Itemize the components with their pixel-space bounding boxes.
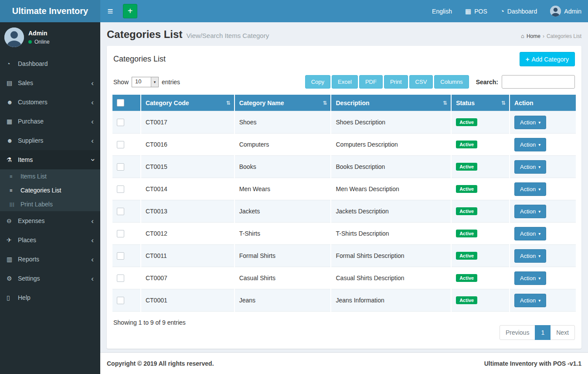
table-row: CT0007 Casual Shirts Casual Shirts Descr… — [112, 267, 576, 289]
columns-button[interactable]: Columns — [434, 75, 469, 89]
col-header-category-name[interactable]: Category Name⇅ — [235, 95, 331, 111]
pdf-button[interactable]: PDF — [359, 75, 383, 89]
row-checkbox[interactable] — [117, 185, 124, 193]
cell-category-name: Jackets — [235, 200, 331, 223]
cell-category-code: CT0012 — [141, 223, 235, 245]
table-row: CT0011 Formal Shirts Formal Shirts Descr… — [112, 245, 576, 267]
sidebar-item-sales[interactable]: ▤ Sales ‹ — [0, 73, 100, 93]
action-dropdown-button[interactable]: Action▾ — [514, 182, 546, 196]
cell-description: Shoes Description — [331, 111, 451, 134]
dashboard-link[interactable]: ◔ Dashboard — [494, 0, 544, 22]
row-checkbox[interactable] — [117, 297, 124, 304]
sidebar-item-settings[interactable]: ⚙ Settings ‹ — [0, 269, 100, 288]
pagination-page-1-button[interactable]: 1 — [535, 325, 551, 340]
pos-link[interactable]: ▦ POS — [459, 0, 494, 22]
sidebar-item-customers[interactable]: ☻ Customers ‹ — [0, 93, 100, 112]
sidebar-item-expenses[interactable]: ⊖ Expenses ‹ — [0, 211, 100, 230]
table-row: CT0012 T-Shirts T-Shirts Description Act… — [112, 223, 576, 245]
breadcrumb-home-link[interactable]: Home — [527, 33, 540, 39]
panel-title: Categories List — [113, 55, 166, 64]
row-checkbox[interactable] — [117, 274, 124, 282]
online-status-icon — [28, 40, 32, 44]
cell-status: Active — [451, 111, 510, 134]
action-dropdown-button[interactable]: Action▾ — [514, 249, 546, 263]
row-checkbox[interactable] — [117, 141, 124, 148]
cell-category-code: CT0014 — [141, 178, 235, 200]
categories-panel: Categories List + Add Category Show 10 ▾… — [107, 46, 581, 349]
sidebar-item-items[interactable]: ⚗ Items ‹ — [0, 150, 100, 169]
sidebar-toggle-button[interactable]: ≡ — [100, 0, 120, 22]
excel-button[interactable]: Excel — [332, 75, 358, 89]
brand-logo[interactable]: Ultimate Inventory — [0, 0, 100, 22]
status-badge: Active — [456, 118, 477, 126]
sidebar-avatar — [4, 27, 24, 47]
select-all-checkbox[interactable] — [117, 99, 124, 106]
action-dropdown-button[interactable]: Action▾ — [514, 271, 546, 285]
col-header-category-code[interactable]: Category Code⇅ — [141, 95, 235, 111]
search-input[interactable] — [502, 75, 575, 89]
quick-add-button[interactable]: + — [123, 4, 137, 18]
col-header-status[interactable]: Status⇅ — [451, 95, 510, 111]
items-submenu: ≡ Items List ≡ Categories List ||| Print… — [0, 169, 100, 211]
chevron-left-icon: ‹ — [91, 79, 94, 87]
sort-icon[interactable]: ⇅ — [226, 100, 231, 106]
print-button[interactable]: Print — [384, 75, 408, 89]
hamburger-icon: ≡ — [108, 6, 113, 17]
row-checkbox[interactable] — [117, 119, 124, 126]
sidebar-item-purchase[interactable]: ▦ Purchase ‹ — [0, 112, 100, 131]
cell-category-code: CT0001 — [141, 289, 235, 312]
action-dropdown-button[interactable]: Action▾ — [514, 160, 546, 174]
sidebar-user-status[interactable]: Online — [28, 39, 50, 45]
sidebar-item-suppliers[interactable]: ☻ Suppliers ‹ — [0, 131, 100, 150]
row-checkbox-cell — [112, 111, 141, 134]
sidebar-item-places[interactable]: ✈ Places ‹ — [0, 230, 100, 250]
sidebar-item-help[interactable]: ▯ Help — [0, 288, 100, 307]
action-dropdown-button[interactable]: Action▾ — [514, 205, 546, 218]
add-category-button[interactable]: + Add Category — [520, 52, 575, 66]
top-navbar: Ultimate Inventory ≡ + English ▦ POS ◔ D… — [0, 0, 588, 22]
sort-icon[interactable]: ⇅ — [443, 100, 447, 106]
chevron-down-icon: ‹ — [89, 158, 96, 161]
sidebar-subitem-print-labels[interactable]: ||| Print Labels — [0, 197, 100, 211]
pagination-next-button[interactable]: Next — [550, 325, 575, 340]
row-checkbox[interactable] — [117, 163, 124, 171]
cell-category-code: CT0016 — [141, 134, 235, 156]
sort-icon[interactable]: ⇅ — [501, 100, 506, 106]
sidebar-item-dashboard[interactable]: ◔ Dashboard — [0, 54, 100, 73]
pagination-previous-button[interactable]: Previous — [500, 325, 535, 340]
cell-action: Action▾ — [510, 267, 576, 289]
row-checkbox[interactable] — [117, 208, 124, 215]
entries-select[interactable]: 10 ▾ — [132, 77, 159, 87]
cell-status: Active — [451, 134, 510, 156]
row-checkbox[interactable] — [117, 252, 124, 260]
sidebar-item-reports[interactable]: ▥ Reports ‹ — [0, 250, 100, 269]
sidebar-subitem-items-list[interactable]: ≡ Items List — [0, 169, 100, 183]
chevron-left-icon: ‹ — [91, 217, 94, 225]
cell-status: Active — [451, 289, 510, 312]
action-dropdown-button[interactable]: Action▾ — [514, 294, 546, 307]
action-dropdown-button[interactable]: Action▾ — [514, 138, 546, 151]
cell-category-name: T-Shirts — [235, 223, 331, 245]
copy-button[interactable]: Copy — [305, 75, 330, 89]
csv-button[interactable]: CSV — [409, 75, 433, 89]
cell-description: Formal Shirts Description — [331, 245, 451, 267]
sidebar-subitem-categories-list[interactable]: ≡ Categories List — [0, 183, 100, 197]
select-arrow-icon: ▾ — [151, 77, 158, 87]
action-dropdown-button[interactable]: Action▾ — [514, 116, 546, 129]
cell-category-name: Formal Shirts — [235, 245, 331, 267]
row-checkbox[interactable] — [117, 230, 124, 237]
cell-description: Jeans Information — [331, 289, 451, 312]
pagination: Previous 1 Next — [500, 325, 575, 340]
action-dropdown-button[interactable]: Action▾ — [514, 227, 546, 240]
user-menu[interactable]: Admin — [544, 0, 588, 22]
col-header-description[interactable]: Description⇅ — [331, 95, 451, 111]
table-header-row: Category Code⇅ Category Name⇅ Descriptio… — [112, 95, 576, 111]
language-menu[interactable]: English — [425, 0, 459, 22]
cell-action: Action▾ — [510, 178, 576, 200]
cell-action: Action▾ — [510, 200, 576, 223]
cell-category-name: Computers — [235, 134, 331, 156]
page-title: Categories List — [107, 28, 182, 41]
sort-icon[interactable]: ⇅ — [323, 100, 327, 106]
reports-icon: ▥ — [7, 256, 18, 263]
status-badge: Active — [456, 207, 477, 215]
